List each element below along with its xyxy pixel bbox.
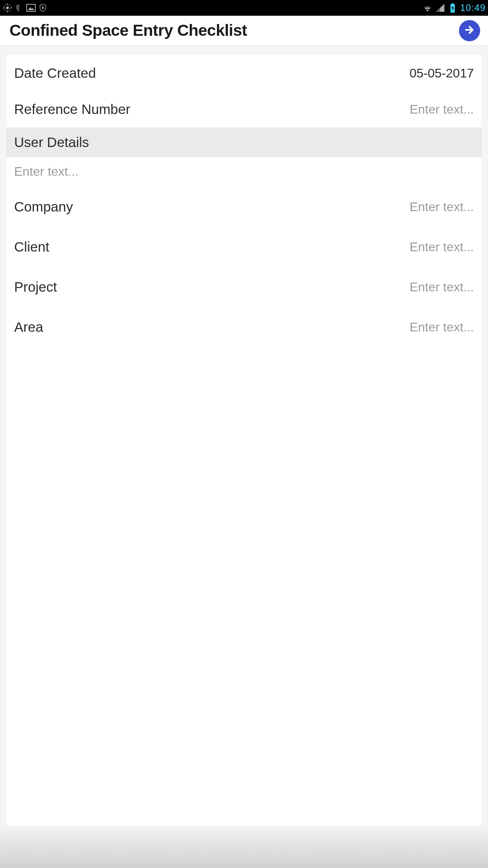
arrow-right-icon bbox=[463, 24, 476, 38]
svg-rect-9 bbox=[42, 7, 44, 9]
svg-marker-11 bbox=[436, 8, 440, 12]
user-details-input[interactable]: Enter text... bbox=[6, 157, 482, 187]
page-title: Confined Space Entry Checklist bbox=[9, 21, 247, 40]
battery-icon bbox=[448, 3, 458, 13]
user-details-section: User Details bbox=[6, 127, 482, 157]
status-time: 10:49 bbox=[460, 2, 486, 13]
area-placeholder: Enter text... bbox=[409, 320, 474, 335]
status-bar-left bbox=[2, 3, 48, 13]
app-bar: Confined Space Entry Checklist bbox=[0, 16, 488, 46]
project-label: Project bbox=[14, 279, 57, 295]
picture-icon bbox=[26, 3, 36, 13]
shield-lock-icon bbox=[38, 3, 48, 13]
reference-number-label: Reference Number bbox=[14, 101, 130, 117]
client-row[interactable]: Client Enter text... bbox=[6, 227, 482, 267]
area-row[interactable]: Area Enter text... bbox=[6, 307, 482, 347]
client-label: Client bbox=[14, 239, 49, 255]
signal-icon bbox=[435, 3, 445, 13]
svg-point-0 bbox=[6, 6, 9, 9]
location-icon bbox=[2, 3, 13, 13]
date-created-label: Date Created bbox=[14, 65, 96, 81]
company-row[interactable]: Company Enter text... bbox=[6, 187, 482, 227]
svg-rect-6 bbox=[27, 4, 35, 11]
company-placeholder: Enter text... bbox=[409, 200, 474, 214]
reference-number-placeholder: Enter text... bbox=[409, 102, 474, 117]
wifi-icon bbox=[422, 3, 433, 13]
reference-number-row[interactable]: Reference Number Enter text... bbox=[6, 91, 482, 127]
status-bar: 10:49 bbox=[0, 0, 488, 16]
project-placeholder: Enter text... bbox=[409, 280, 474, 294]
shield-icon bbox=[14, 3, 24, 13]
date-created-row[interactable]: Date Created 05-05-2017 bbox=[6, 55, 482, 91]
date-created-value: 05-05-2017 bbox=[409, 66, 474, 81]
status-bar-right: 10:49 bbox=[422, 2, 486, 13]
project-row[interactable]: Project Enter text... bbox=[6, 267, 482, 307]
svg-rect-12 bbox=[452, 3, 453, 4]
svg-marker-7 bbox=[28, 7, 34, 10]
next-button[interactable] bbox=[459, 20, 480, 41]
form-content: Date Created 05-05-2017 Reference Number… bbox=[6, 55, 482, 826]
area-label: Area bbox=[14, 319, 43, 335]
company-label: Company bbox=[14, 199, 73, 215]
client-placeholder: Enter text... bbox=[409, 240, 474, 254]
